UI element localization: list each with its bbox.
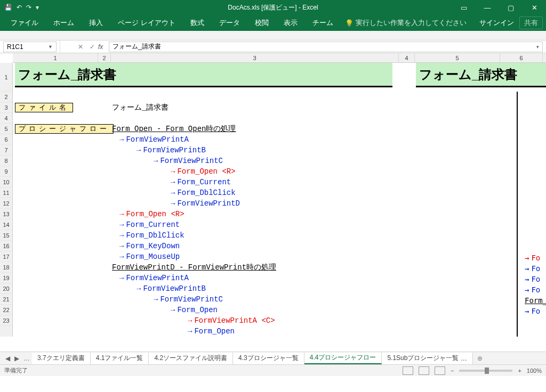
tab-view[interactable]: 表示 — [276, 15, 305, 31]
tab-review[interactable]: 校閲 — [247, 15, 276, 31]
row-header[interactable]: 21 — [0, 294, 12, 305]
bulb-icon: 💡 — [345, 19, 354, 27]
row-header[interactable]: 15 — [0, 230, 12, 241]
row-header[interactable]: 6 — [0, 134, 12, 145]
row-header[interactable]: 10 — [0, 177, 12, 187]
cells-area[interactable]: フォーム_請求書 フォーム_請求書 ファイル名フォーム_請求書 プロシージャフロ… — [13, 63, 546, 337]
row-header[interactable]: 13 — [0, 209, 12, 219]
view-break-icon[interactable] — [435, 366, 445, 375]
view-normal-icon[interactable] — [403, 366, 413, 375]
cancel-fx-icon[interactable]: ✕ — [75, 43, 86, 51]
qa-more-icon[interactable]: ▾ — [36, 4, 39, 11]
signin-link[interactable]: サインイン — [479, 18, 514, 28]
close-icon[interactable]: ✕ — [523, 4, 546, 12]
col-header[interactable]: 4 — [399, 53, 415, 62]
tab-data[interactable]: データ — [212, 15, 247, 31]
row-header[interactable]: 18 — [0, 262, 12, 273]
label-filename: ファイル名 — [15, 103, 73, 112]
col-header[interactable]: 1 — [13, 53, 98, 62]
tell-me-search[interactable]: 💡実行したい作業を入力してください — [345, 18, 467, 28]
col-header[interactable]: 6 — [500, 53, 543, 62]
tab-nav-next-icon[interactable]: ▶ — [12, 355, 21, 362]
tab-formulas[interactable]: 数式 — [183, 15, 212, 31]
zoom-slider[interactable] — [459, 370, 512, 372]
cell-text: フォーム_請求書 — [112, 103, 168, 112]
fx-icon[interactable]: fx — [98, 43, 109, 51]
redo-icon[interactable]: ↷ — [26, 4, 31, 11]
row-header[interactable]: 8 — [0, 156, 12, 166]
new-sheet-icon[interactable]: ⊕ — [473, 355, 487, 362]
minimize-icon[interactable]: — — [476, 4, 499, 12]
formula-input[interactable]: フォーム_請求書▾ — [109, 42, 543, 52]
save-icon[interactable]: 💾 — [4, 4, 12, 11]
tab-home[interactable]: ホーム — [46, 15, 82, 31]
enter-fx-icon[interactable]: ✓ — [86, 43, 98, 51]
title-cell-2[interactable]: フォーム_請求書 — [416, 63, 546, 87]
tab-nav-prev-icon[interactable]: ◀ — [3, 355, 12, 362]
col-header[interactable]: 2 — [98, 53, 111, 62]
row-header[interactable]: 1 — [0, 63, 12, 92]
worksheet-grid[interactable]: 1 2 3 4 5 6 1 2 3 4 5 6 7 8 9 10 11 12 1… — [0, 53, 546, 352]
tree-item: →FormViewPrintC — [154, 295, 223, 304]
share-button[interactable]: 共有 — [519, 17, 543, 29]
row-header[interactable]: 2 — [0, 92, 12, 102]
row-header[interactable]: 7 — [0, 145, 12, 156]
sheet-tab[interactable]: 4.3プロシージャ一覧 — [233, 353, 304, 364]
ribbon-options-icon[interactable]: ▭ — [452, 4, 476, 12]
flow-header: FormViewPrintD - FormViewPrint時の処理 — [112, 263, 276, 272]
row-header[interactable]: 4 — [0, 113, 12, 124]
tree-item: →Form_Current — [119, 220, 180, 229]
row-header[interactable]: 19 — [0, 273, 12, 283]
col-header[interactable]: 3 — [111, 53, 399, 62]
row-header[interactable]: 3 — [0, 102, 12, 113]
tree-item: →FormViewPrintD — [171, 199, 240, 208]
titlebar: 💾 ↶ ↷ ▾ DocAcs.xls [保護ビュー] - Excel ▭ — ▢… — [0, 0, 546, 15]
tree-item: →FormViewPrintA — [119, 274, 189, 282]
row-header[interactable]: 20 — [0, 283, 12, 294]
row-header[interactable]: 5 — [0, 124, 12, 134]
title-cell[interactable]: フォーム_請求書 — [15, 63, 392, 87]
row-header[interactable]: 11 — [0, 187, 12, 198]
col-header[interactable]: 5 — [415, 53, 500, 62]
tree-item: →FormViewPrintC — [154, 157, 223, 165]
tree-item: →FormViewPrintA — [119, 135, 189, 144]
row-header[interactable]: 22 — [0, 305, 12, 315]
tab-file[interactable]: ファイル — [3, 15, 46, 31]
tree-item: →Form_Open — [171, 306, 218, 314]
row-header[interactable]: 16 — [0, 241, 12, 251]
vertical-border — [517, 92, 518, 337]
tree-item-recursive: →Form_Open <R> — [119, 210, 184, 218]
sheet-tab[interactable]: 4.2ソースファイル説明書 — [149, 353, 233, 364]
maximize-icon[interactable]: ▢ — [499, 4, 523, 12]
row-header[interactable]: 9 — [0, 166, 12, 177]
zoom-in-icon[interactable]: + — [518, 368, 521, 374]
row-header[interactable]: 14 — [0, 219, 12, 230]
row-header[interactable]: 23 — [0, 315, 12, 326]
sheet-tab[interactable]: 4.1ファイル一覧 — [91, 353, 149, 364]
window-title: DocAcs.xls [保護ビュー] - Excel — [228, 3, 318, 12]
tab-more-icon[interactable]: … — [21, 355, 32, 362]
column-headers[interactable]: 1 2 3 4 5 6 — [13, 53, 546, 63]
right-column-peek: →Fo →Fo →Fo →Fo Form_D →Fo — [525, 168, 546, 317]
chevron-down-icon[interactable]: ▼ — [48, 44, 53, 50]
sheet-tab-active[interactable]: 4.4プロシージャフロー — [304, 353, 382, 364]
row-header[interactable]: 17 — [0, 251, 12, 262]
name-box[interactable]: R1C1▼ — [3, 42, 57, 52]
undo-icon[interactable]: ↶ — [17, 4, 22, 11]
tab-layout[interactable]: ページ レイアウト — [110, 15, 183, 31]
zoom-value[interactable]: 100% — [527, 368, 542, 374]
tab-team[interactable]: チーム — [305, 15, 341, 31]
sheet-tab[interactable]: 5.1Subプロシージャ一覧 … — [382, 353, 472, 364]
tree-item: →FormViewPrintB — [136, 284, 206, 293]
view-layout-icon[interactable] — [419, 366, 429, 375]
row-headers[interactable]: 1 2 3 4 5 6 7 8 9 10 11 12 13 14 15 16 1… — [0, 63, 13, 337]
tab-insert[interactable]: 挿入 — [82, 15, 110, 31]
zoom-out-icon[interactable]: − — [451, 368, 454, 374]
tree-item: →Form_KeyDown — [119, 242, 180, 250]
quick-access-toolbar: 💾 ↶ ↷ ▾ — [0, 4, 39, 11]
expand-fx-icon[interactable]: ▾ — [536, 44, 539, 50]
row-header[interactable]: 12 — [0, 198, 12, 209]
sheet-tab[interactable]: 3.7クエリ定義書 — [32, 353, 91, 364]
tree-item: →FormViewPrintB — [136, 146, 206, 154]
status-bar: 準備完了 − + 100% — [0, 364, 546, 376]
